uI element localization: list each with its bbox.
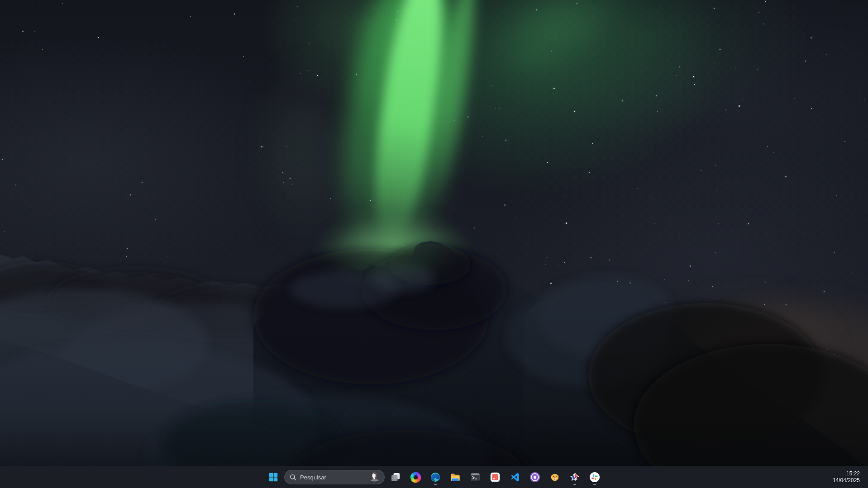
red-square-app-button[interactable] [486,468,504,486]
windows-start-icon [268,472,279,483]
clock-date: 14/04/2025 [833,477,860,484]
clock-time: 15:22 [833,470,860,477]
taskbar: 15:22 14/04/2025 [0,466,868,488]
slack-button[interactable] [586,468,604,486]
desktop-wallpaper-aurora [0,0,868,488]
taskbar-center-group [264,466,604,488]
vscode-icon [510,472,520,483]
dog-face-icon [549,472,560,483]
desktop[interactable] [0,0,868,488]
file-explorer-button[interactable] [446,468,464,486]
slack-icon [589,472,600,483]
github-desktop-button[interactable] [526,468,544,486]
taskbar-clock[interactable]: 15:22 14/04/2025 [833,470,860,484]
vscode-button[interactable] [506,468,524,486]
running-indicator [573,484,576,486]
search-icon [290,474,296,481]
puffin-bird-image [368,470,381,483]
system-tray: 15:22 14/04/2025 [833,466,868,488]
task-view-button[interactable] [386,468,405,486]
edge-button[interactable] [426,468,444,486]
running-indicator [593,484,596,486]
dog-app-button[interactable] [546,468,564,486]
edge-browser-icon [430,472,441,483]
file-explorer-icon [450,472,461,483]
github-desktop-icon [529,472,540,483]
search-box[interactable] [284,470,385,484]
aurora-peak-glow [321,217,466,285]
start-button[interactable] [264,468,282,486]
a-star-app-button[interactable] [566,468,584,486]
task-view-icon [390,472,401,483]
red-square-app-icon [490,472,501,483]
copilot-icon [409,471,422,484]
a-star-icon [569,472,580,483]
terminal-button[interactable] [466,468,484,486]
copilot-button[interactable] [406,468,424,486]
terminal-icon [470,472,481,483]
running-indicator [434,484,437,486]
